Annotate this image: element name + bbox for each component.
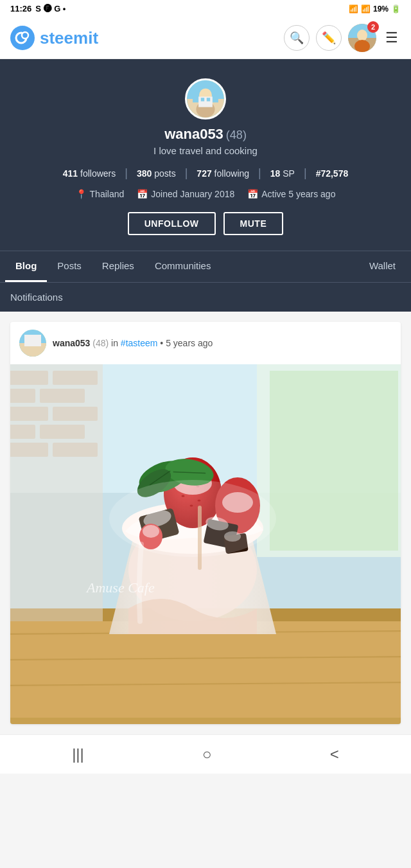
unfollow-button[interactable]: UNFOLLOW [128, 212, 216, 235]
bottom-nav: ||| ○ < [0, 734, 411, 774]
active-item: 📅 Active 5 years ago [247, 189, 335, 199]
username: wana053 [164, 126, 223, 142]
mute-button[interactable]: MUTE [223, 212, 284, 235]
joined-icon: 📅 [137, 189, 148, 199]
post-community[interactable]: #tasteem [121, 338, 158, 348]
svg-rect-14 [198, 96, 213, 107]
followers-label: followers [80, 168, 116, 179]
post-author-name[interactable]: wana053 [53, 338, 90, 348]
svg-rect-69 [198, 506, 202, 570]
svg-rect-38 [10, 425, 35, 439]
battery-text: 19% [373, 4, 389, 13]
svg-rect-33 [53, 371, 98, 385]
tab-wallet[interactable]: Wallet [359, 251, 406, 282]
post-in-label: in [111, 338, 121, 348]
post-header: wana053 (48) in #tasteem • 5 years ago [10, 322, 401, 364]
active-icon: 📅 [247, 189, 258, 199]
tabs-row: Blog Posts Replies Communities Wallet [0, 251, 411, 282]
profile-avatar[interactable] [185, 78, 226, 120]
battery-icon: 🔋 [391, 4, 401, 13]
profile-name: wana053(48) [13, 126, 398, 143]
svg-point-6 [357, 30, 367, 41]
profile-meta: 📍 Thailand 📅 Joined January 2018 📅 Activ… [13, 189, 398, 199]
menu-button[interactable]: ☰ [383, 27, 401, 49]
status-bar: 11:26 S 🅕 G • 📶 📶 19% 🔋 [0, 0, 411, 17]
post-image: Amuse Cafe [10, 364, 401, 724]
logo-icon [10, 26, 35, 50]
logo: steemit [10, 26, 98, 50]
posts-count: 380 [137, 168, 152, 179]
notifications-tab[interactable]: Notifications [0, 282, 411, 312]
nav-actions: 🔍 ✏️ 2 ☰ [284, 24, 401, 52]
edit-button[interactable]: ✏️ [316, 25, 342, 51]
svg-point-68 [109, 480, 276, 557]
joined-item: 📅 Joined January 2018 [137, 189, 234, 199]
post-meta: wana053 (48) in #tasteem • 5 years ago [53, 338, 213, 348]
profile-actions: UNFOLLOW MUTE [13, 212, 398, 235]
rank-value: #72,578 [316, 168, 349, 179]
post-author-badge: (48) [92, 338, 109, 348]
post-separator: • [160, 338, 166, 348]
svg-rect-15 [201, 98, 204, 101]
profile-bio: I love travel and cooking [13, 145, 398, 156]
tab-replies[interactable]: Replies [92, 251, 144, 282]
profile-section: wana053(48) I love travel and cooking 41… [0, 59, 411, 251]
svg-rect-24 [270, 371, 398, 551]
svg-rect-37 [53, 407, 98, 421]
signal-icon: 📶 [361, 4, 371, 13]
svg-rect-35 [40, 389, 85, 403]
following-stat: 727 following [188, 168, 258, 179]
svg-rect-39 [40, 425, 85, 439]
notifications-label: Notifications [10, 292, 63, 303]
svg-rect-41 [53, 443, 98, 457]
nav-home-button[interactable]: ○ [189, 743, 225, 766]
tab-blog[interactable]: Blog [5, 251, 47, 282]
svg-rect-20 [24, 335, 41, 346]
svg-rect-34 [10, 389, 35, 403]
nav-forward-button[interactable]: < [317, 743, 352, 766]
sp-stat: 18 SP [261, 168, 304, 179]
posts-stat: 380 posts [128, 168, 185, 179]
reputation-badge: (48) [226, 128, 247, 141]
active-text: Active 5 years ago [261, 189, 335, 199]
status-left: 11:26 S 🅕 G • [10, 4, 66, 13]
location-icon: 📍 [76, 189, 87, 199]
post-card: wana053 (48) in #tasteem • 5 years ago [10, 322, 401, 724]
status-right: 📶 📶 19% 🔋 [349, 4, 401, 13]
rank-stat: #72,578 [307, 168, 358, 179]
time: 11:26 [10, 4, 31, 13]
tabs-bar: Blog Posts Replies Communities Wallet No… [0, 251, 411, 312]
svg-rect-32 [10, 371, 48, 385]
logo-text: steemit [40, 28, 98, 48]
svg-rect-40 [10, 443, 48, 457]
watermark-text: Amuse Cafe [85, 580, 155, 596]
sp-count: 18 [270, 168, 281, 179]
search-icon: 🔍 [290, 31, 304, 45]
posts-label: posts [154, 168, 175, 179]
tab-communities[interactable]: Communities [144, 251, 222, 282]
search-button[interactable]: 🔍 [284, 25, 310, 51]
nav-back-button[interactable]: ||| [59, 743, 97, 766]
nav-bar: steemit 🔍 ✏️ 2 ☰ [0, 17, 411, 59]
post-time: 5 years ago [166, 338, 213, 348]
edit-icon: ✏️ [322, 31, 336, 45]
post-author-avatar[interactable] [19, 330, 46, 357]
followers-count: 411 [63, 168, 78, 179]
joined-text: Joined January 2018 [151, 189, 234, 199]
following-count: 727 [197, 168, 211, 179]
avatar-button[interactable]: 2 [348, 24, 376, 52]
profile-avatar-wrap [13, 78, 398, 120]
profile-stats: 411 followers | 380 posts | 727 followin… [13, 166, 398, 180]
svg-rect-36 [10, 407, 48, 421]
followers-stat: 411 followers [54, 168, 125, 179]
location-item: 📍 Thailand [76, 189, 125, 199]
svg-rect-16 [207, 98, 210, 101]
sp-label: SP [283, 168, 295, 179]
following-label: following [214, 168, 249, 179]
notification-badge: 2 [367, 21, 379, 33]
location-text: Thailand [90, 189, 125, 199]
content-area: wana053 (48) in #tasteem • 5 years ago [0, 312, 411, 734]
tab-posts[interactable]: Posts [47, 251, 92, 282]
app-icons: S 🅕 G • [35, 4, 66, 13]
wifi-icon: 📶 [349, 4, 358, 13]
